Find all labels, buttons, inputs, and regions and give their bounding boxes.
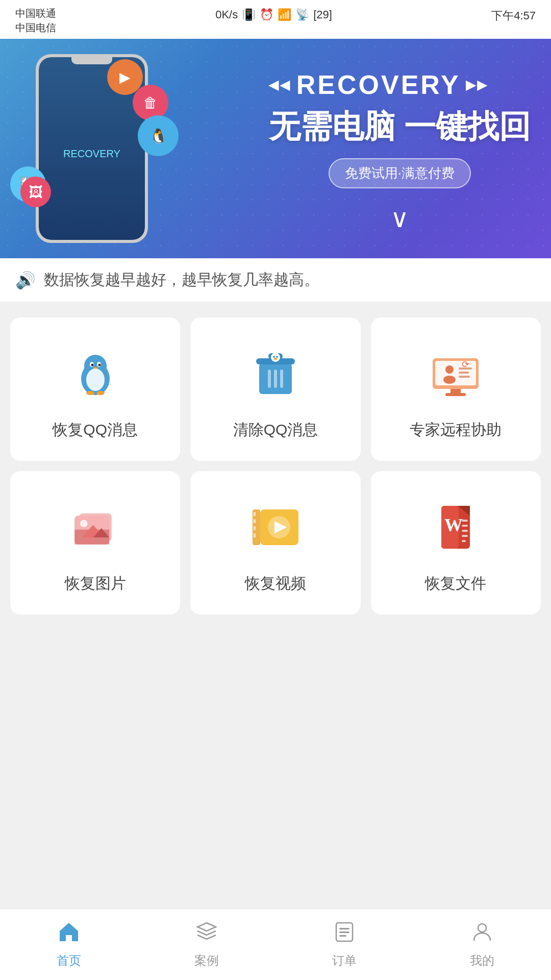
svg-rect-25: [445, 393, 466, 396]
clock: 下午4:57: [491, 6, 536, 23]
float-icon-trash: 🗑: [133, 85, 168, 120]
wifi-icon: 📶: [278, 8, 291, 21]
svg-rect-52: [462, 525, 468, 527]
feature-grid-container: 恢复QQ消息: [0, 302, 551, 630]
svg-point-18: [271, 353, 280, 362]
svg-rect-16: [280, 370, 283, 388]
grid-item-file[interactable]: W 恢复文件: [371, 471, 541, 615]
nav-orders-label: 订单: [332, 952, 357, 969]
svg-point-10: [96, 391, 105, 395]
svg-text:⟳: ⟳: [462, 359, 469, 370]
expert-label: 专家远程协助: [410, 420, 502, 440]
vibrate-icon: 📳: [242, 8, 256, 21]
grid-item-expert[interactable]: ⟳ 专家远程协助: [371, 317, 541, 461]
feature-grid: 恢复QQ消息: [10, 317, 541, 615]
phone-mockup: RECOVERY 🗑 ▶ 🐧 🔄 🖼: [26, 54, 158, 248]
svg-point-6: [98, 364, 101, 366]
status-bar: 中国联通 中国电信 0K/s 📳 ⏰ 📶 📡 [29] 下午4:57: [0, 0, 551, 39]
float-icon-photo: 🖼: [20, 177, 51, 207]
battery-icon: [29]: [313, 8, 332, 21]
svg-rect-30: [459, 376, 470, 378]
qq-recover-icon: [65, 343, 126, 404]
grid-item-photo[interactable]: 恢复图片: [10, 471, 180, 615]
qq-clear-icon: [245, 343, 306, 404]
photo-label: 恢复图片: [65, 573, 126, 594]
bottom-nav: 首页 案例 订单: [0, 909, 551, 980]
nav-cases-label: 案例: [194, 952, 219, 969]
svg-rect-14: [268, 370, 271, 388]
svg-rect-55: [462, 540, 466, 542]
alarm-icon: ⏰: [260, 8, 273, 21]
svg-point-27: [443, 376, 456, 384]
carrier1: 中国联通: [15, 6, 56, 20]
svg-rect-51: [462, 520, 468, 522]
svg-rect-42: [254, 526, 256, 530]
grid-item-qq-clear[interactable]: 清除QQ消息: [190, 317, 360, 461]
svg-point-26: [445, 365, 454, 374]
banner-text[interactable]: ◂◂ RECOVERY ▸▸ 无需电脑 一键找回 免费试用·满意付费 ∨: [269, 69, 531, 233]
svg-rect-43: [254, 533, 256, 537]
file-icon: W: [425, 497, 486, 558]
svg-rect-41: [254, 519, 256, 523]
nav-home[interactable]: 首页: [0, 921, 138, 969]
speaker-icon: 🔊: [15, 271, 36, 290]
svg-rect-40: [254, 512, 256, 516]
mine-icon: [471, 921, 493, 948]
speed-indicator: 0K/s: [215, 8, 238, 21]
svg-point-8: [86, 369, 105, 391]
file-label: 恢复文件: [425, 573, 486, 594]
svg-point-9: [86, 391, 94, 395]
svg-point-60: [478, 924, 486, 932]
svg-point-20: [276, 356, 278, 358]
video-label: 恢复视频: [245, 573, 306, 594]
svg-point-5: [91, 364, 93, 366]
video-icon: [245, 497, 306, 558]
svg-point-19: [273, 356, 275, 358]
nav-cases[interactable]: 案例: [138, 921, 276, 969]
svg-rect-57: [339, 928, 349, 929]
cases-icon: [195, 921, 218, 948]
grid-item-video[interactable]: 恢复视频: [190, 471, 360, 615]
svg-rect-59: [339, 935, 346, 937]
expert-icon: ⟳: [425, 343, 486, 404]
qq-recover-label: 恢复QQ消息: [53, 420, 138, 440]
notice-bar: 🔊 数据恢复越早越好，越早恢复几率越高。: [0, 258, 551, 302]
nav-orders[interactable]: 订单: [276, 921, 413, 969]
carrier2: 中国电信: [15, 20, 56, 35]
carrier-info: 中国联通 中国电信: [15, 6, 56, 35]
svg-rect-29: [459, 372, 469, 374]
sub-slogan: 免费试用·满意付费: [329, 158, 471, 188]
nav-mine[interactable]: 我的: [413, 921, 551, 969]
grid-item-qq-recover[interactable]: 恢复QQ消息: [10, 317, 180, 461]
signal-icon: 📡: [295, 8, 309, 21]
nav-home-label: 首页: [57, 952, 81, 969]
float-icon-qq: 🐧: [138, 115, 179, 156]
orders-icon: [333, 921, 356, 948]
svg-rect-58: [339, 932, 349, 933]
svg-rect-15: [274, 370, 277, 388]
photo-icon: [65, 497, 126, 558]
home-icon: [58, 921, 80, 948]
svg-point-21: [274, 358, 277, 360]
notice-text: 数据恢复越早越好，越早恢复几率越高。: [44, 270, 319, 290]
svg-rect-53: [462, 530, 468, 532]
recovery-title: ◂◂ RECOVERY ▸▸: [269, 69, 531, 100]
float-icon-play: ▶: [107, 59, 143, 95]
chevron-down: ∨: [269, 204, 531, 233]
svg-point-36: [80, 520, 88, 527]
main-slogan: 无需电脑 一键找回: [269, 105, 531, 148]
svg-rect-23: [435, 361, 476, 385]
svg-rect-54: [462, 535, 468, 537]
qq-clear-label: 清除QQ消息: [233, 420, 318, 440]
nav-mine-label: 我的: [470, 952, 494, 969]
svg-text:W: W: [444, 515, 463, 535]
status-center: 0K/s 📳 ⏰ 📶 📡 [29]: [215, 6, 332, 21]
banner: RECOVERY 🗑 ▶ 🐧 🔄 🖼 ◂◂ RECOVERY ▸▸ 无需电脑 一…: [0, 39, 551, 258]
